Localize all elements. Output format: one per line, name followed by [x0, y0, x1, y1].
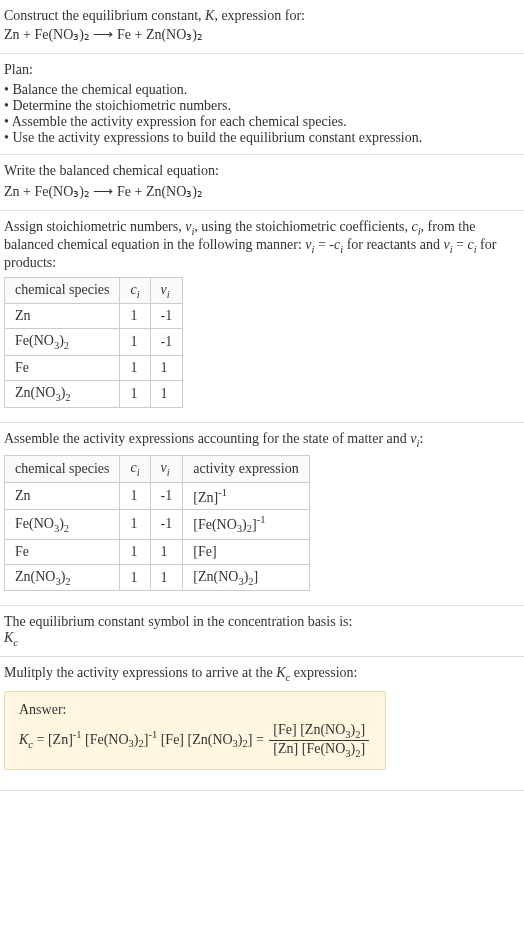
multiply-heading: Mulitply the activity expressions to arr…	[4, 665, 520, 683]
table-header: νi	[150, 277, 183, 304]
table-row: Fe(NO3)2 1 -1 [Fe(NO3)2]-1	[5, 510, 310, 539]
plan-item: • Balance the chemical equation.	[4, 82, 520, 98]
symbol-value: Kc	[4, 630, 520, 648]
table-row: Zn 1 -1 [Zn]-1	[5, 482, 310, 510]
stoich-table: chemical species ci νi Zn 1 -1 Fe(NO3)2 …	[4, 277, 183, 408]
activity-heading: Assemble the activity expressions accoun…	[4, 431, 520, 449]
table-header: ci	[120, 277, 150, 304]
multiply-section: Mulitply the activity expressions to arr…	[0, 657, 524, 790]
table-row: Fe(NO3)2 1 -1	[5, 329, 183, 356]
table-header: chemical species	[5, 455, 120, 482]
balanced-heading: Write the balanced chemical equation:	[4, 163, 520, 179]
stoich-text: Assign stoichiometric numbers, νi, using…	[4, 219, 520, 271]
intro-heading: Construct the equilibrium constant, K, e…	[4, 8, 520, 24]
table-header: chemical species	[5, 277, 120, 304]
plan-heading: Plan:	[4, 62, 520, 78]
stoich-section: Assign stoichiometric numbers, νi, using…	[0, 211, 524, 423]
plan-section: Plan: • Balance the chemical equation. •…	[0, 54, 524, 155]
answer-expression: Kc = [Zn]-1 [Fe(NO3)2]-1 [Fe] [Zn(NO3)2]…	[19, 722, 371, 759]
answer-label: Answer:	[19, 702, 371, 718]
table-row: Fe 1 1	[5, 356, 183, 381]
table-row: Zn(NO3)2 1 1	[5, 381, 183, 408]
table-row: Fe 1 1 [Fe]	[5, 539, 310, 564]
table-row: Zn 1 -1	[5, 304, 183, 329]
plan-item: • Determine the stoichiometric numbers.	[4, 98, 520, 114]
table-row: Zn(NO3)2 1 1 [Zn(NO3)2]	[5, 564, 310, 591]
activity-section: Assemble the activity expressions accoun…	[0, 423, 524, 607]
balanced-section: Write the balanced chemical equation: Zn…	[0, 155, 524, 211]
balanced-equation: Zn + Fe(NO₃)₂ ⟶ Fe + Zn(NO₃)₂	[4, 183, 520, 200]
table-header: ci	[120, 455, 150, 482]
intro-equation: Zn + Fe(NO₃)₂ ⟶ Fe + Zn(NO₃)₂	[4, 26, 520, 43]
plan-item: • Assemble the activity expression for e…	[4, 114, 520, 130]
answer-box: Answer: Kc = [Zn]-1 [Fe(NO3)2]-1 [Fe] [Z…	[4, 691, 386, 770]
activity-table: chemical species ci νi activity expressi…	[4, 455, 310, 592]
table-header: activity expression	[183, 455, 309, 482]
symbol-text: The equilibrium constant symbol in the c…	[4, 614, 520, 630]
intro-section: Construct the equilibrium constant, K, e…	[0, 0, 524, 54]
symbol-section: The equilibrium constant symbol in the c…	[0, 606, 524, 657]
table-header: νi	[150, 455, 183, 482]
plan-item: • Use the activity expressions to build …	[4, 130, 520, 146]
